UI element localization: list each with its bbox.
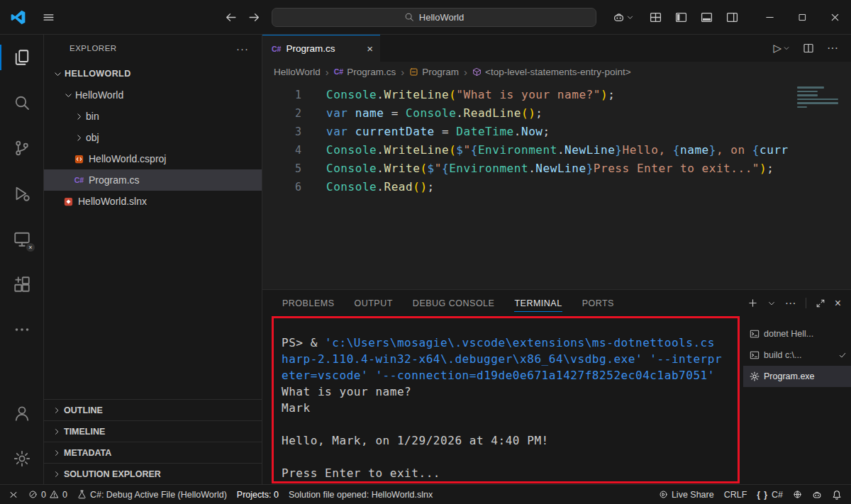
terminal-tab-label: dotnet Hell... — [764, 329, 813, 339]
gear-icon — [750, 371, 760, 381]
terminal-tab-build[interactable]: build c:\... — [743, 345, 851, 366]
section-label: SOLUTION EXPLORER — [64, 469, 161, 479]
chevron-down-icon — [783, 45, 790, 52]
code-line-3[interactable]: 3var currentDate = DateTime.Now; — [262, 123, 851, 141]
panel-tab-terminal[interactable]: TERMINAL — [514, 290, 562, 316]
code-editor[interactable]: 1Console.WriteLine("What is your name?")… — [262, 82, 851, 289]
status-debug[interactable]: C#: Debug Active File (HelloWorld) — [72, 485, 232, 504]
status-remote-button[interactable] — [0, 485, 23, 504]
chevron-down-icon — [626, 13, 634, 21]
activity-bar-item-settings[interactable] — [0, 436, 43, 481]
toggle-panel-button[interactable] — [695, 6, 718, 28]
tree-item-label: HELLOWORLD — [65, 69, 131, 79]
tree-item-helloworld-csproj[interactable]: HelloWorld.csproj — [44, 148, 262, 169]
run-button[interactable]: ▷ — [773, 42, 790, 55]
panel-actions: ··· × — [747, 297, 841, 310]
nav-back-button[interactable] — [225, 11, 237, 23]
editor-more-actions-button[interactable]: ··· — [827, 42, 838, 55]
status-notifications[interactable] — [827, 485, 847, 504]
breadcrumb-item-program-cs[interactable]: C#Program.cs — [334, 67, 396, 77]
explorer-more-actions-button[interactable]: ··· — [236, 43, 249, 55]
warning-icon — [50, 490, 59, 499]
chevron-down-icon — [62, 91, 75, 100]
panel-tab-problems[interactable]: PROBLEMS — [282, 290, 334, 316]
close-panel-button[interactable]: × — [835, 297, 841, 310]
tree-item-helloworld[interactable]: HELLOWORLD — [44, 63, 262, 84]
activity-bar-item-search[interactable] — [0, 80, 43, 125]
explorer-title: EXPLORER — [69, 44, 117, 52]
status-ports[interactable] — [788, 485, 807, 504]
terminal-tab-list: dotnet Hell...build c:\...Program.exe — [743, 316, 851, 484]
breadcrumb-item-helloworld[interactable]: HelloWorld — [274, 67, 321, 77]
tree-item-helloworld-slnx[interactable]: HelloWorld.slnx — [44, 191, 262, 212]
activity-bar-item-account[interactable] — [0, 391, 43, 436]
bell-icon — [832, 490, 842, 500]
line-number: 1 — [262, 86, 301, 104]
close-button[interactable] — [818, 0, 851, 34]
terminal-launch-dropdown-button[interactable] — [767, 299, 776, 308]
terminal-tab-dotnet[interactable]: dotnet Hell... — [743, 323, 851, 345]
panel-tab-debug-console[interactable]: DEBUG CONSOLE — [413, 290, 495, 316]
status-projects[interactable]: Projects: 0 — [232, 485, 284, 504]
activity-bar-item-run-and-debug[interactable] — [0, 171, 43, 216]
sidebar-header: EXPLORER ··· — [44, 35, 262, 62]
status-copilot[interactable] — [807, 485, 827, 504]
activity-bar-item-explorer[interactable] — [0, 35, 43, 80]
breadcrumb-item-top-level-statements-entry-point[interactable]: <top-level-statements-entry-point> — [472, 67, 631, 77]
copilot-button[interactable] — [613, 11, 634, 23]
tree-item-helloworld[interactable]: HelloWorld — [44, 84, 262, 106]
maximize-panel-button[interactable] — [816, 298, 825, 308]
section-timeline[interactable]: TIMELINE — [44, 420, 262, 442]
code-line-5[interactable]: 5Console.Write($"{Environment.NewLine}Pr… — [262, 159, 851, 178]
split-editor-button[interactable] — [803, 43, 814, 54]
panel-tab-ports[interactable]: PORTS — [582, 290, 614, 316]
activity-bar-item-source-control[interactable] — [0, 125, 43, 171]
status-language[interactable]: { } C# — [752, 485, 788, 504]
activity-bar-item-extensions[interactable] — [0, 262, 43, 307]
breadcrumb: HelloWorld›C#Program.cs›Program›<top-lev… — [262, 62, 851, 82]
code-line-2[interactable]: 2var name = Console.ReadLine(); — [262, 104, 851, 123]
code-line-4[interactable]: 4Console.WriteLine($"{Environment.NewLin… — [262, 141, 851, 159]
status-problems[interactable]: 0 0 — [23, 485, 72, 504]
menu-button[interactable] — [43, 11, 55, 23]
terminal-tab-program-exe[interactable]: Program.exe — [743, 366, 851, 387]
copilot-icon — [613, 11, 625, 23]
extensions-icon — [13, 276, 30, 293]
toggle-primary-sidebar-button[interactable] — [669, 6, 692, 28]
activity-bar-item-remote-explorer[interactable]: × — [0, 216, 43, 262]
symbol-method-icon — [472, 67, 482, 77]
terminal-line: eter=vscode' '--connection=d19de0e671a14… — [282, 367, 743, 383]
section-solution-explorer[interactable]: SOLUTION EXPLORER — [44, 463, 262, 484]
file-tree: HELLOWORLDHelloWorldbinobjHelloWorld.csp… — [44, 62, 262, 212]
minimap[interactable] — [797, 86, 841, 108]
tab-program-cs[interactable]: C# Program.cs × — [262, 35, 380, 62]
command-center-search[interactable]: HelloWorld — [272, 8, 596, 27]
tree-item-program-cs[interactable]: C#Program.cs — [44, 169, 262, 191]
status-live-share[interactable]: Live Share — [654, 485, 719, 504]
toggle-secondary-sidebar-button[interactable] — [721, 6, 743, 28]
tab-label: Program.cs — [286, 43, 335, 54]
maximize-button[interactable] — [786, 0, 818, 34]
code-line-6[interactable]: 6Console.Read(); — [262, 178, 851, 196]
panel-more-actions-button[interactable]: ··· — [785, 297, 796, 310]
customize-layout-button[interactable] — [644, 6, 667, 28]
tree-item-obj[interactable]: obj — [44, 127, 262, 148]
status-eol[interactable]: CRLF — [719, 485, 752, 504]
terminal-icon — [750, 329, 760, 339]
breadcrumb-item-program[interactable]: Program — [409, 67, 459, 77]
terminal-output[interactable]: PS> & 'c:\Users\mosagie\.vscode\extensio… — [262, 316, 743, 484]
activity-bar-item-more[interactable] — [0, 307, 43, 352]
panel-tab-output[interactable]: OUTPUT — [354, 290, 392, 316]
tab-close-button[interactable]: × — [367, 43, 373, 55]
section-outline[interactable]: OUTLINE — [44, 399, 262, 420]
code-line-1[interactable]: 1Console.WriteLine("What is your name?")… — [262, 86, 851, 104]
minimize-button[interactable] — [753, 0, 786, 34]
new-terminal-button[interactable] — [747, 298, 758, 308]
tree-item-bin[interactable]: bin — [44, 106, 262, 127]
status-solution[interactable]: Solution file opened: HelloWorld.slnx — [284, 485, 438, 504]
nav-forward-button[interactable] — [248, 11, 260, 23]
symbol-class-icon — [409, 67, 418, 77]
section-metadata[interactable]: METADATA — [44, 442, 262, 463]
breadcrumb-separator: › — [401, 66, 404, 78]
chevron-right-icon — [52, 427, 61, 436]
